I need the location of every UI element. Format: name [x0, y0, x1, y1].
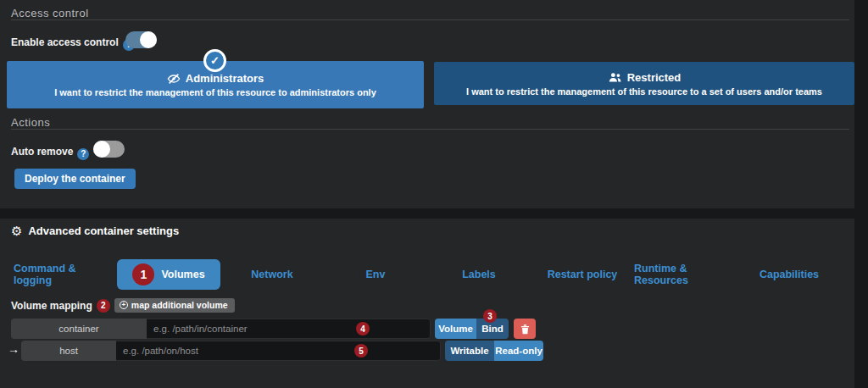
annotation-badge-5: 5	[354, 344, 368, 358]
delete-volume-button[interactable]	[514, 319, 536, 339]
gear-icon: ⚙	[11, 224, 22, 237]
container-path-input[interactable]	[147, 319, 431, 339]
users-icon	[608, 72, 622, 83]
access-control-title: Access control	[11, 7, 89, 19]
toggle-knob	[93, 141, 110, 158]
host-addon-label: host	[21, 341, 116, 361]
tab-command-logging[interactable]: Command & logging	[14, 259, 117, 290]
enable-access-control-toggle[interactable]	[125, 31, 157, 48]
settings-tabs: Command & logging 1 Volumes Network Env …	[14, 259, 841, 290]
advanced-settings-title: Advanced container settings	[28, 224, 179, 237]
tab-restart-policy[interactable]: Restart policy	[531, 259, 634, 290]
auto-remove-toggle[interactable]	[93, 141, 125, 158]
administrators-label: Administrators	[186, 72, 264, 85]
annotation-badge-4: 4	[356, 322, 370, 335]
section-divider	[11, 19, 849, 20]
annotation-badge-1: 1	[132, 263, 154, 285]
container-addon-label: container	[11, 319, 147, 339]
restricted-label: Restricted	[627, 71, 682, 84]
plus-icon: +	[120, 301, 128, 309]
writable-button[interactable]: Writable	[445, 341, 494, 361]
access-control-panel: Access control Enable access control? ✓ …	[0, 0, 854, 208]
restricted-description: I want to restrict the management of thi…	[466, 86, 822, 97]
tab-env[interactable]: Env	[324, 259, 427, 290]
section-divider	[11, 129, 849, 130]
administrators-description: I want to restrict the management of thi…	[54, 87, 376, 97]
tab-capabilities[interactable]: Capabilities	[737, 259, 841, 290]
advanced-settings-panel: ⚙ Advanced container settings Command & …	[0, 219, 854, 388]
map-additional-volume-button[interactable]: + map additional volume	[114, 298, 235, 313]
auto-remove-label: Auto remove	[11, 146, 73, 158]
host-path-input[interactable]	[116, 341, 441, 361]
arrow-right-icon: →	[8, 342, 19, 356]
toggle-knob	[140, 31, 157, 48]
tab-labels[interactable]: Labels	[427, 259, 531, 290]
annotation-badge-3: 3	[483, 309, 497, 323]
restricted-option[interactable]: Restricted I want to restrict the manage…	[434, 62, 854, 105]
selected-check-icon: ✓	[203, 49, 226, 72]
tab-runtime-resources[interactable]: Runtime & Resources	[634, 259, 737, 290]
page: Access control Enable access control? ✓ …	[0, 0, 868, 388]
deploy-container-button[interactable]: Deploy the container	[14, 169, 136, 189]
annotation-badge-2: 2	[97, 299, 110, 313]
trash-icon	[520, 324, 530, 335]
tab-volumes[interactable]: 1 Volumes	[117, 259, 220, 290]
help-icon[interactable]: ?	[77, 148, 89, 160]
eye-slash-icon	[167, 73, 181, 85]
actions-title: Actions	[11, 116, 50, 129]
readonly-button[interactable]: Read-only	[494, 341, 543, 361]
volume-type-button[interactable]: Volume	[435, 319, 476, 339]
tab-network[interactable]: Network	[220, 259, 324, 290]
enable-access-control-label: Enable access control	[11, 36, 119, 48]
volume-mapping-label: Volume mapping	[11, 300, 92, 312]
